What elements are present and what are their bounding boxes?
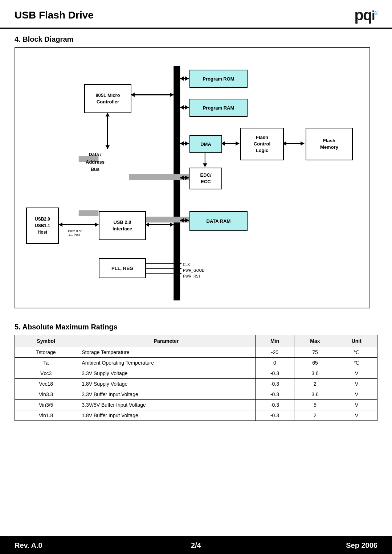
svg-rect-19 xyxy=(79,210,99,216)
table-row: Vin3/53.3V/5V Buffer Input Voltage-0.35V xyxy=(15,400,377,410)
svg-marker-41 xyxy=(185,218,189,222)
usb-interface-box: USB 2.0Interface xyxy=(99,211,146,240)
col-symbol: Symbol xyxy=(15,335,77,347)
ratings-heading: 5. Absolute Maximum Ratings xyxy=(15,323,377,331)
ratings-section: 5. Absolute Maximum Ratings Symbol Param… xyxy=(0,319,392,428)
svg-rect-0 xyxy=(173,66,180,300)
svg-marker-36 xyxy=(203,163,207,167)
svg-marker-14 xyxy=(79,156,82,162)
col-min: Min xyxy=(255,335,294,347)
footer-revision: Rev. A.0 xyxy=(15,541,135,550)
usb-port-label: USB2.0 or1.1 Port xyxy=(60,229,89,237)
svg-rect-16 xyxy=(129,174,189,180)
ratings-table: Symbol Parameter Min Max Unit TstorageSt… xyxy=(15,335,377,421)
data-ram-box: DATA RAM xyxy=(189,211,248,231)
svg-marker-44 xyxy=(170,222,173,227)
svg-marker-38 xyxy=(185,176,189,180)
edc-ecc-box: EDC/ECC xyxy=(189,168,222,189)
svg-marker-27 xyxy=(180,141,184,146)
svg-marker-42 xyxy=(180,218,184,222)
svg-marker-18 xyxy=(129,174,132,180)
table-row: TstorageStorage Temperature-2075℃ xyxy=(15,347,377,358)
block-diagram-container: Program ROM Program RAM 8051 MicroContro… xyxy=(15,47,377,308)
usb-host-box: USB2.0USB1.1Host xyxy=(26,208,59,244)
svg-marker-23 xyxy=(185,217,189,222)
flash-memory-box: FlashMemory xyxy=(306,128,353,160)
program-rom-box: Program ROM xyxy=(189,70,248,88)
svg-marker-3 xyxy=(131,93,135,97)
svg-marker-32 xyxy=(301,141,304,146)
svg-marker-45 xyxy=(146,222,149,227)
svg-marker-9 xyxy=(180,105,184,110)
col-max: Max xyxy=(294,335,336,347)
svg-rect-22 xyxy=(146,217,189,222)
data-address-bus-label: Data /AddressBus xyxy=(84,146,128,178)
page-footer: Rev. A.0 2/4 Sep 2006 xyxy=(0,536,392,554)
program-ram-box: Program RAM xyxy=(189,99,248,117)
svg-marker-2 xyxy=(170,93,173,97)
table-row: Vcc181.8V Supply Voltage-0.32V xyxy=(15,379,377,389)
page-title: USB Flash Drive xyxy=(15,9,94,21)
svg-marker-8 xyxy=(185,105,189,110)
svg-marker-47 xyxy=(95,222,99,227)
svg-marker-24 xyxy=(146,217,149,222)
svg-marker-20 xyxy=(79,210,82,216)
svg-marker-6 xyxy=(180,77,184,81)
dma-box: DMA xyxy=(189,135,222,153)
svg-marker-12 xyxy=(105,113,110,116)
svg-marker-21 xyxy=(95,210,99,216)
table-header-row: Symbol Parameter Min Max Unit xyxy=(15,335,377,347)
svg-marker-39 xyxy=(180,176,184,180)
svg-marker-5 xyxy=(185,77,189,81)
col-unit: Unit xyxy=(336,335,377,347)
micro-controller-box: 8051 MicroController xyxy=(84,84,131,113)
logo: pqi® xyxy=(354,7,377,24)
col-parameter: Parameter xyxy=(77,335,255,347)
table-row: Vin3.33.3V Buffer Input Voltage-0.33.6V xyxy=(15,389,377,400)
section4-heading: 4. Block Diagram xyxy=(0,29,392,47)
svg-marker-52 xyxy=(178,267,181,271)
table-row: TaAmbient Operating Temperature065℃ xyxy=(15,358,377,368)
svg-marker-50 xyxy=(178,262,181,266)
svg-marker-48 xyxy=(59,222,62,227)
table-row: Vin1.81.8V Buffer Input Voltage-0.32V xyxy=(15,410,377,421)
pll-signals: CLK PWR_GOOD PWR_RST xyxy=(183,262,204,279)
svg-marker-29 xyxy=(236,141,239,146)
pll-reg-box: PLL, REG xyxy=(99,258,146,278)
svg-marker-17 xyxy=(185,174,189,180)
svg-marker-54 xyxy=(178,272,181,276)
page-header: USB Flash Drive pqi® xyxy=(0,0,392,29)
table-row: Vcc33.3V Supply Voltage-0.33.6V xyxy=(15,368,377,379)
flash-control-logic-box: FlashControlLogic xyxy=(240,128,284,160)
svg-marker-26 xyxy=(185,141,189,146)
block-diagram: Program ROM Program RAM 8051 MicroContro… xyxy=(15,47,370,308)
footer-page: 2/4 xyxy=(135,541,256,550)
footer-date: Sep 2006 xyxy=(257,541,377,550)
